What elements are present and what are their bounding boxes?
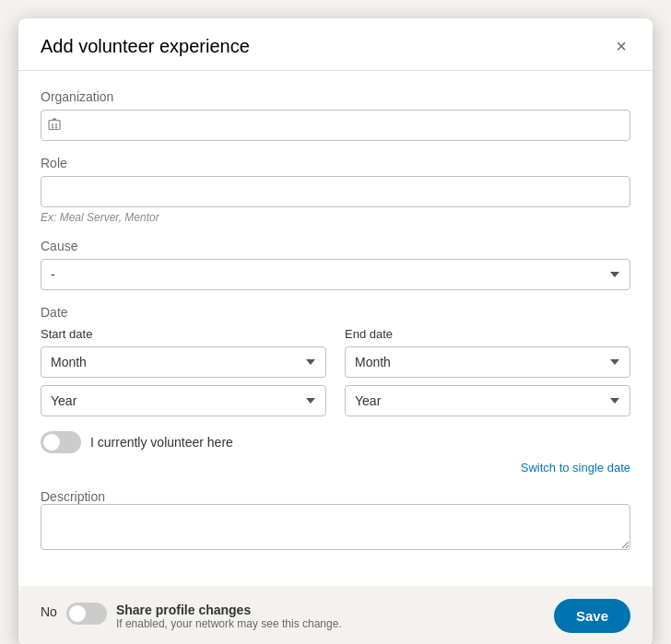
svg-rect-4 — [55, 127, 57, 129]
organization-input[interactable] — [41, 110, 630, 141]
organization-icon — [48, 118, 61, 134]
organization-label: Organization — [41, 89, 630, 104]
role-group: Role Ex: Meal Server, Mentor — [41, 156, 630, 224]
svg-rect-3 — [52, 127, 53, 129]
description-input[interactable] — [41, 504, 630, 550]
end-date-selects: Month January February March April May J… — [345, 346, 630, 416]
share-toggle-row: No Share profile changes If enabled, you… — [41, 603, 543, 630]
close-button[interactable]: × — [612, 33, 630, 59]
end-year-select[interactable]: Year 2024 2023 2022 2021 2020 2019 2018 … — [345, 385, 630, 416]
no-label: No — [41, 604, 57, 619]
svg-rect-1 — [52, 124, 53, 126]
role-hint: Ex: Meal Server, Mentor — [41, 211, 630, 224]
currently-volunteer-label: I currently volunteer here — [90, 435, 233, 450]
share-title: Share profile changes — [116, 603, 342, 617]
switch-to-single-date-link[interactable]: Switch to single date — [521, 461, 630, 474]
cause-group: Cause - Animal Welfare Arts and Culture … — [41, 239, 630, 290]
end-month-select[interactable]: Month January February March April May J… — [345, 346, 630, 378]
organization-group: Organization — [41, 89, 630, 141]
end-date-col: End date Month January February March Ap… — [345, 327, 630, 416]
start-date-col: Start date Month January February March … — [41, 327, 326, 416]
end-year-wrapper: Year 2024 2023 2022 2021 2020 2019 2018 … — [345, 385, 630, 416]
date-row: Start date Month January February March … — [41, 327, 630, 416]
date-group: Date Start date Month January February M — [41, 305, 630, 474]
start-year-select[interactable]: Year 2024 2023 2022 2021 2020 2019 2018 … — [41, 385, 326, 416]
role-input[interactable] — [41, 176, 630, 207]
start-year-wrapper: Year 2024 2023 2022 2021 2020 2019 2018 … — [41, 385, 326, 416]
description-group: Description — [41, 489, 630, 553]
modal-title: Add volunteer experience — [41, 36, 250, 57]
end-month-wrapper: Month January February March April May J… — [345, 346, 630, 378]
role-label: Role — [41, 156, 630, 170]
date-label: Date — [41, 305, 630, 320]
start-month-select[interactable]: Month January February March April May J… — [41, 346, 326, 378]
svg-rect-0 — [49, 121, 60, 130]
switch-link-row: Switch to single date — [41, 461, 630, 474]
currently-volunteer-row: I currently volunteer here — [41, 431, 630, 453]
share-subtitle: If enabled, your network may see this ch… — [116, 617, 342, 630]
svg-rect-2 — [55, 124, 57, 126]
start-date-label: Start date — [41, 327, 326, 341]
org-input-wrapper — [41, 110, 630, 141]
share-text-block: Share profile changes If enabled, your n… — [116, 603, 342, 630]
cause-label: Cause — [41, 239, 630, 253]
save-button[interactable]: Save — [554, 599, 630, 633]
currently-volunteer-toggle[interactable] — [41, 431, 81, 453]
modal-body: Organization — [18, 71, 653, 586]
add-volunteer-modal: Add volunteer experience × Organization — [18, 18, 653, 644]
share-toggle[interactable] — [66, 603, 107, 625]
start-month-wrapper: Month January February March April May J… — [41, 346, 326, 378]
modal-footer: No Share profile changes If enabled, you… — [18, 586, 653, 644]
modal-header: Add volunteer experience × — [18, 18, 653, 71]
description-label: Description — [41, 489, 105, 504]
share-toggle-slider — [66, 603, 107, 625]
end-date-label: End date — [345, 327, 630, 341]
cause-select-wrapper: - Animal Welfare Arts and Culture Childr… — [41, 259, 630, 290]
start-date-selects: Month January February March April May J… — [41, 346, 326, 416]
toggle-slider — [41, 431, 81, 453]
cause-select[interactable]: - Animal Welfare Arts and Culture Childr… — [41, 259, 630, 290]
